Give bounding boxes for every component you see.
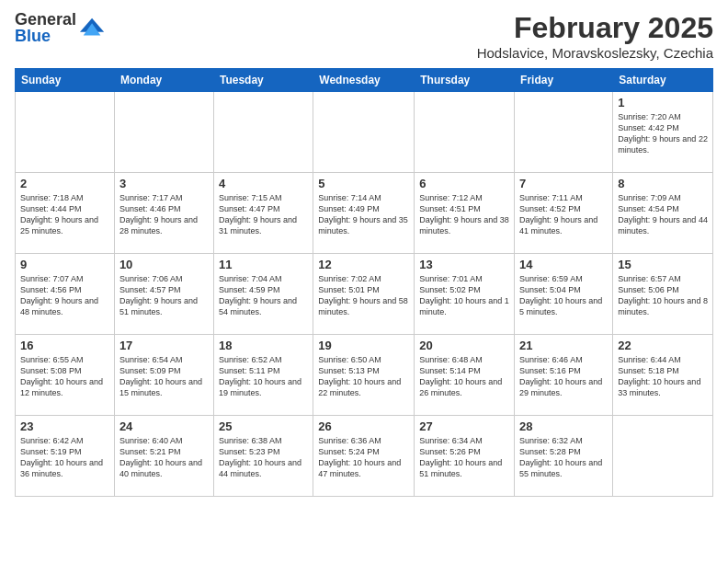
day-content: Sunrise: 6:54 AM Sunset: 5:09 PM Dayligh… bbox=[119, 354, 209, 399]
day-content: Sunrise: 6:32 AM Sunset: 5:28 PM Dayligh… bbox=[519, 435, 608, 480]
day-content: Sunrise: 7:04 AM Sunset: 4:59 PM Dayligh… bbox=[219, 273, 308, 318]
table-row: 5Sunrise: 7:14 AM Sunset: 4:49 PM Daylig… bbox=[313, 173, 415, 254]
day-number: 22 bbox=[618, 339, 708, 352]
calendar-header-row: Sunday Monday Tuesday Wednesday Thursday… bbox=[16, 69, 713, 92]
day-content: Sunrise: 7:07 AM Sunset: 4:56 PM Dayligh… bbox=[20, 273, 109, 318]
day-content: Sunrise: 7:12 AM Sunset: 4:51 PM Dayligh… bbox=[419, 192, 509, 237]
header-monday: Monday bbox=[114, 69, 213, 92]
day-content: Sunrise: 7:06 AM Sunset: 4:57 PM Dayligh… bbox=[119, 273, 209, 318]
day-number: 27 bbox=[419, 419, 509, 433]
table-row: 15Sunrise: 6:57 AM Sunset: 5:06 PM Dayli… bbox=[613, 254, 713, 335]
table-row: 20Sunrise: 6:48 AM Sunset: 5:14 PM Dayli… bbox=[415, 335, 515, 416]
header-sunday: Sunday bbox=[16, 69, 115, 92]
day-content: Sunrise: 7:11 AM Sunset: 4:52 PM Dayligh… bbox=[519, 192, 608, 237]
table-row bbox=[114, 92, 213, 173]
day-number: 25 bbox=[219, 419, 308, 433]
day-content: Sunrise: 7:01 AM Sunset: 5:02 PM Dayligh… bbox=[419, 273, 509, 318]
day-content: Sunrise: 7:02 AM Sunset: 5:01 PM Dayligh… bbox=[318, 273, 409, 318]
day-content: Sunrise: 6:44 AM Sunset: 5:18 PM Dayligh… bbox=[618, 354, 708, 399]
logo-icon bbox=[80, 15, 106, 40]
table-row: 7Sunrise: 7:11 AM Sunset: 4:52 PM Daylig… bbox=[515, 173, 613, 254]
title-section: February 2025 Hodslavice, Moravskoslezsk… bbox=[477, 11, 713, 61]
logo: General Blue bbox=[15, 11, 106, 44]
table-row bbox=[213, 92, 313, 173]
table-row bbox=[415, 92, 515, 173]
day-content: Sunrise: 6:52 AM Sunset: 5:11 PM Dayligh… bbox=[219, 354, 308, 399]
day-number: 3 bbox=[119, 177, 209, 190]
day-number: 6 bbox=[419, 177, 509, 190]
day-number: 8 bbox=[618, 177, 708, 190]
day-number: 24 bbox=[119, 419, 209, 433]
day-number: 15 bbox=[618, 258, 708, 271]
table-row: 27Sunrise: 6:34 AM Sunset: 5:26 PM Dayli… bbox=[415, 416, 515, 497]
header-saturday: Saturday bbox=[613, 69, 713, 92]
day-content: Sunrise: 7:09 AM Sunset: 4:54 PM Dayligh… bbox=[618, 192, 708, 237]
table-row: 12Sunrise: 7:02 AM Sunset: 5:01 PM Dayli… bbox=[313, 254, 415, 335]
table-row bbox=[515, 92, 613, 173]
day-content: Sunrise: 6:42 AM Sunset: 5:19 PM Dayligh… bbox=[20, 435, 109, 480]
calendar-week-row: 9Sunrise: 7:07 AM Sunset: 4:56 PM Daylig… bbox=[16, 254, 713, 335]
calendar-week-row: 1Sunrise: 7:20 AM Sunset: 4:42 PM Daylig… bbox=[16, 92, 713, 173]
table-row: 4Sunrise: 7:15 AM Sunset: 4:47 PM Daylig… bbox=[213, 173, 313, 254]
day-number: 14 bbox=[519, 258, 608, 271]
logo-blue: Blue bbox=[15, 28, 76, 44]
table-row: 9Sunrise: 7:07 AM Sunset: 4:56 PM Daylig… bbox=[16, 254, 115, 335]
table-row: 28Sunrise: 6:32 AM Sunset: 5:28 PM Dayli… bbox=[515, 416, 613, 497]
day-number: 5 bbox=[318, 177, 409, 190]
day-content: Sunrise: 6:36 AM Sunset: 5:24 PM Dayligh… bbox=[318, 435, 409, 480]
day-content: Sunrise: 7:14 AM Sunset: 4:49 PM Dayligh… bbox=[318, 192, 409, 237]
day-number: 12 bbox=[318, 258, 409, 271]
day-content: Sunrise: 6:34 AM Sunset: 5:26 PM Dayligh… bbox=[419, 435, 509, 480]
day-number: 17 bbox=[119, 339, 209, 352]
main-title: February 2025 bbox=[477, 11, 713, 45]
table-row bbox=[16, 92, 115, 173]
day-content: Sunrise: 6:48 AM Sunset: 5:14 PM Dayligh… bbox=[419, 354, 509, 399]
table-row: 13Sunrise: 7:01 AM Sunset: 5:02 PM Dayli… bbox=[415, 254, 515, 335]
table-row: 14Sunrise: 6:59 AM Sunset: 5:04 PM Dayli… bbox=[515, 254, 613, 335]
day-content: Sunrise: 6:55 AM Sunset: 5:08 PM Dayligh… bbox=[20, 354, 109, 399]
calendar-body: 1Sunrise: 7:20 AM Sunset: 4:42 PM Daylig… bbox=[16, 92, 713, 497]
day-number: 18 bbox=[219, 339, 308, 352]
calendar-week-row: 23Sunrise: 6:42 AM Sunset: 5:19 PM Dayli… bbox=[16, 416, 713, 497]
header-wednesday: Wednesday bbox=[313, 69, 415, 92]
table-row: 24Sunrise: 6:40 AM Sunset: 5:21 PM Dayli… bbox=[114, 416, 213, 497]
logo-general: General bbox=[15, 11, 76, 28]
day-content: Sunrise: 7:20 AM Sunset: 4:42 PM Dayligh… bbox=[618, 111, 708, 156]
calendar-week-row: 2Sunrise: 7:18 AM Sunset: 4:44 PM Daylig… bbox=[16, 173, 713, 254]
header-thursday: Thursday bbox=[415, 69, 515, 92]
day-content: Sunrise: 7:18 AM Sunset: 4:44 PM Dayligh… bbox=[20, 192, 109, 237]
table-row: 26Sunrise: 6:36 AM Sunset: 5:24 PM Dayli… bbox=[313, 416, 415, 497]
page: General Blue February 2025 Hodslavice, M… bbox=[0, 0, 728, 563]
day-number: 11 bbox=[219, 258, 308, 271]
day-number: 16 bbox=[20, 339, 109, 352]
table-row: 6Sunrise: 7:12 AM Sunset: 4:51 PM Daylig… bbox=[415, 173, 515, 254]
table-row: 17Sunrise: 6:54 AM Sunset: 5:09 PM Dayli… bbox=[114, 335, 213, 416]
day-number: 28 bbox=[519, 419, 608, 433]
subtitle: Hodslavice, Moravskoslezsky, Czechia bbox=[477, 45, 713, 61]
header-tuesday: Tuesday bbox=[213, 69, 313, 92]
day-content: Sunrise: 6:59 AM Sunset: 5:04 PM Dayligh… bbox=[519, 273, 608, 318]
day-number: 21 bbox=[519, 339, 608, 352]
day-number: 23 bbox=[20, 419, 109, 433]
day-number: 1 bbox=[618, 96, 708, 109]
day-number: 26 bbox=[318, 419, 409, 433]
table-row: 8Sunrise: 7:09 AM Sunset: 4:54 PM Daylig… bbox=[613, 173, 713, 254]
table-row: 11Sunrise: 7:04 AM Sunset: 4:59 PM Dayli… bbox=[213, 254, 313, 335]
day-content: Sunrise: 7:15 AM Sunset: 4:47 PM Dayligh… bbox=[219, 192, 308, 237]
day-number: 9 bbox=[20, 258, 109, 271]
table-row: 23Sunrise: 6:42 AM Sunset: 5:19 PM Dayli… bbox=[16, 416, 115, 497]
day-number: 19 bbox=[318, 339, 409, 352]
day-content: Sunrise: 6:46 AM Sunset: 5:16 PM Dayligh… bbox=[519, 354, 608, 399]
table-row: 21Sunrise: 6:46 AM Sunset: 5:16 PM Dayli… bbox=[515, 335, 613, 416]
table-row: 10Sunrise: 7:06 AM Sunset: 4:57 PM Dayli… bbox=[114, 254, 213, 335]
table-row bbox=[613, 416, 713, 497]
day-number: 13 bbox=[419, 258, 509, 271]
calendar-week-row: 16Sunrise: 6:55 AM Sunset: 5:08 PM Dayli… bbox=[16, 335, 713, 416]
header-friday: Friday bbox=[515, 69, 613, 92]
day-content: Sunrise: 7:17 AM Sunset: 4:46 PM Dayligh… bbox=[119, 192, 209, 237]
header: General Blue February 2025 Hodslavice, M… bbox=[15, 11, 713, 61]
day-number: 2 bbox=[20, 177, 109, 190]
table-row: 1Sunrise: 7:20 AM Sunset: 4:42 PM Daylig… bbox=[613, 92, 713, 173]
table-row: 22Sunrise: 6:44 AM Sunset: 5:18 PM Dayli… bbox=[613, 335, 713, 416]
logo-text: General Blue bbox=[15, 11, 76, 44]
